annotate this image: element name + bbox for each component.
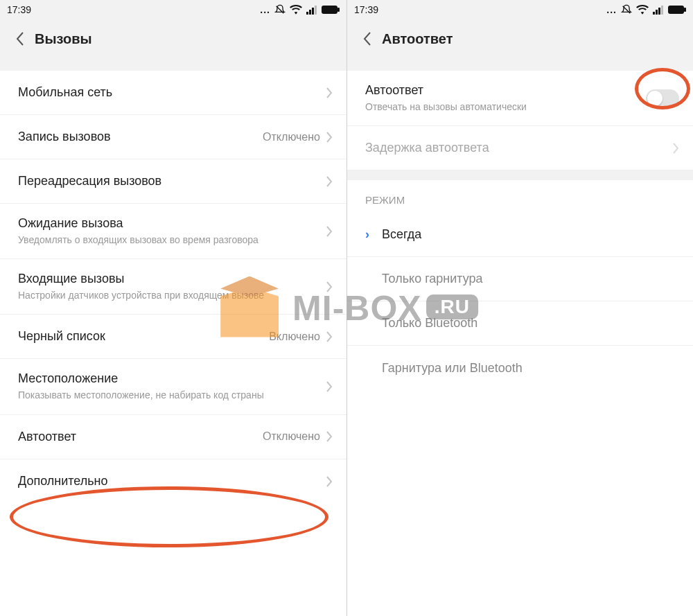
- row-auto-answer-toggle[interactable]: Автоответ Отвечать на вызовы автоматичес…: [347, 71, 693, 126]
- row-blocklist[interactable]: Черный список Включено: [0, 315, 346, 359]
- svg-rect-1: [309, 10, 311, 15]
- row-call-waiting[interactable]: Ожидание вызова Уведомлять о входящих вы…: [0, 204, 346, 259]
- row-answer-delay[interactable]: Задержка автоответа: [347, 126, 693, 170]
- screen-calls: 17:39 ... Вызовы Мобильная сеть Зап: [0, 0, 346, 616]
- wifi-icon: [636, 5, 649, 15]
- status-time: 17:39: [354, 4, 378, 15]
- row-label: Переадресация вызовов: [18, 174, 326, 188]
- row-call-recording[interactable]: Запись вызовов Отключено: [0, 115, 346, 159]
- row-advanced[interactable]: Дополнительно: [0, 459, 346, 504]
- svg-rect-10: [668, 6, 684, 14]
- chevron-right-icon: [326, 281, 333, 293]
- status-time: 17:39: [7, 4, 31, 15]
- page-title: Автоответ: [382, 31, 453, 47]
- screen-auto-answer: 17:39 ... Автоответ Автоответ Отвечать н…: [346, 0, 693, 616]
- back-button[interactable]: [10, 28, 30, 49]
- chevron-right-icon: [326, 175, 333, 188]
- signal-icon: [306, 5, 317, 15]
- header: Автоответ: [347, 19, 693, 58]
- battery-icon: [668, 6, 686, 14]
- svg-rect-9: [661, 6, 663, 15]
- more-icon: ...: [260, 4, 270, 15]
- row-value: Отключено: [263, 430, 320, 443]
- chevron-right-icon: [326, 225, 333, 238]
- section-mode: РЕЖИМ: [347, 180, 693, 213]
- auto-answer-list: Автоответ Отвечать на вызовы автоматичес…: [347, 71, 693, 390]
- row-label: Местоположение: [18, 371, 326, 386]
- auto-answer-switch[interactable]: [646, 89, 679, 107]
- svg-rect-6: [653, 12, 655, 15]
- chevron-right-icon: [672, 142, 679, 155]
- signal-icon: [653, 5, 664, 15]
- row-sublabel: Уведомлять о входящих вызовах во время р…: [18, 234, 267, 246]
- chevron-right-icon: [326, 131, 333, 143]
- row-auto-answer[interactable]: Автоответ Отключено: [0, 415, 346, 459]
- row-label: Автоответ: [365, 83, 646, 98]
- status-bar: 17:39 ...: [0, 0, 346, 19]
- chevron-right-icon: [326, 331, 333, 343]
- svg-rect-0: [306, 12, 308, 15]
- row-label: Входящие вызовы: [18, 272, 326, 286]
- chevron-right-icon: [326, 475, 333, 488]
- option-label: Всегда: [382, 227, 679, 242]
- row-sublabel: Показывать местоположение, не набирать к…: [18, 389, 267, 401]
- row-call-forwarding[interactable]: Переадресация вызовов: [0, 159, 346, 204]
- svg-rect-2: [312, 8, 314, 15]
- wifi-icon: [290, 5, 302, 15]
- battery-icon: [322, 6, 340, 14]
- option-label: Только Bluetooth: [382, 316, 679, 331]
- settings-list: Мобильная сеть Запись вызовов Отключено …: [0, 71, 346, 616]
- row-label: Мобильная сеть: [18, 85, 326, 100]
- row-value: Отключено: [263, 131, 320, 143]
- row-mobile-network[interactable]: Мобильная сеть: [0, 71, 346, 115]
- option-label: Гарнитура или Bluetooth: [382, 361, 679, 376]
- row-location[interactable]: Местоположение Показывать местоположение…: [0, 359, 346, 414]
- option-headset-only[interactable]: Только гарнитура: [347, 257, 693, 301]
- row-label: Ожидание вызова: [18, 216, 326, 231]
- status-icons: ...: [606, 4, 686, 15]
- svg-rect-7: [656, 10, 658, 15]
- check-icon: ›: [365, 227, 375, 242]
- row-label: Запись вызовов: [18, 130, 263, 144]
- row-label: Дополнительно: [18, 474, 326, 489]
- row-label: Черный список: [18, 329, 269, 344]
- option-always[interactable]: › Всегда: [347, 213, 693, 257]
- option-bluetooth-only[interactable]: Только Bluetooth: [347, 301, 693, 346]
- svg-rect-8: [658, 8, 660, 15]
- back-button[interactable]: [357, 28, 378, 49]
- row-label: Автоответ: [18, 430, 263, 444]
- row-value: Включено: [269, 331, 320, 343]
- svg-rect-4: [322, 6, 337, 14]
- row-incoming-calls[interactable]: Входящие вызовы Настройки датчиков устро…: [0, 259, 346, 315]
- chevron-right-icon: [326, 87, 333, 99]
- chevron-right-icon: [326, 430, 333, 443]
- status-bar: 17:39 ...: [347, 0, 693, 19]
- option-headset-or-bluetooth[interactable]: Гарнитура или Bluetooth: [347, 346, 693, 390]
- svg-rect-3: [315, 6, 317, 15]
- header: Вызовы: [0, 19, 346, 58]
- row-sublabel: Отвечать на вызовы автоматически: [365, 100, 615, 113]
- more-icon: ...: [606, 4, 617, 15]
- svg-rect-5: [337, 8, 340, 12]
- option-label: Только гарнитура: [382, 272, 679, 286]
- svg-rect-11: [684, 8, 686, 12]
- dnd-icon: [621, 4, 632, 15]
- row-label: Задержка автоответа: [365, 141, 672, 155]
- chevron-right-icon: [326, 380, 333, 393]
- page-title: Вызовы: [35, 31, 92, 47]
- status-icons: ...: [260, 4, 340, 15]
- dnd-icon: [274, 4, 286, 15]
- row-sublabel: Настройки датчиков устройства при входящ…: [18, 289, 267, 301]
